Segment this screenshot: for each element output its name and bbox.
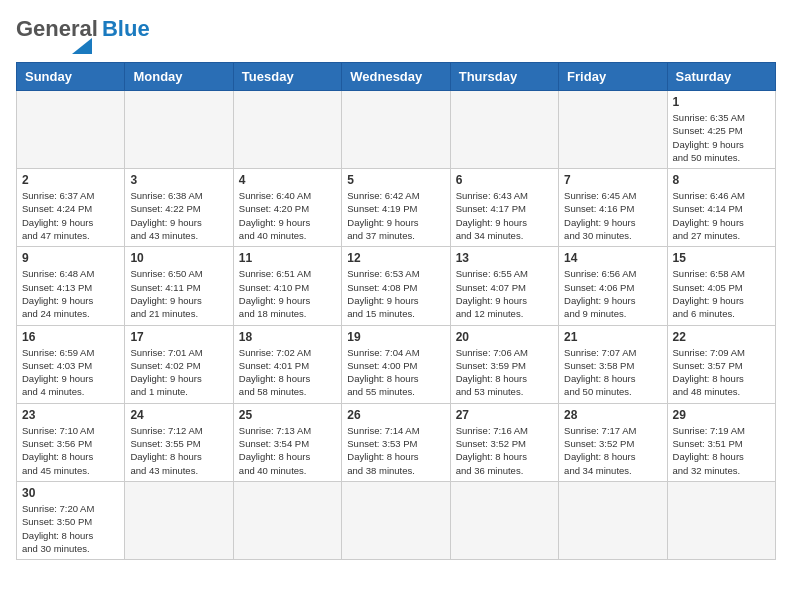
calendar-day-cell: 11Sunrise: 6:51 AM Sunset: 4:10 PM Dayli… [233,247,341,325]
day-number: 10 [130,251,227,265]
calendar-weekday-header: Sunday [17,63,125,91]
calendar-day-cell: 23Sunrise: 7:10 AM Sunset: 3:56 PM Dayli… [17,403,125,481]
day-number: 28 [564,408,661,422]
calendar-week-row: 1Sunrise: 6:35 AM Sunset: 4:25 PM Daylig… [17,91,776,169]
calendar-day-cell: 20Sunrise: 7:06 AM Sunset: 3:59 PM Dayli… [450,325,558,403]
day-number: 20 [456,330,553,344]
calendar-weekday-header: Saturday [667,63,775,91]
calendar-day-cell: 22Sunrise: 7:09 AM Sunset: 3:57 PM Dayli… [667,325,775,403]
calendar-day-cell [559,91,667,169]
day-number: 23 [22,408,119,422]
logo-triangle [72,38,92,54]
day-number: 14 [564,251,661,265]
calendar-day-cell: 24Sunrise: 7:12 AM Sunset: 3:55 PM Dayli… [125,403,233,481]
day-number: 8 [673,173,770,187]
day-number: 18 [239,330,336,344]
day-info: Sunrise: 6:56 AM Sunset: 4:06 PM Dayligh… [564,267,661,320]
day-info: Sunrise: 7:01 AM Sunset: 4:02 PM Dayligh… [130,346,227,399]
day-number: 22 [673,330,770,344]
day-number: 9 [22,251,119,265]
day-number: 19 [347,330,444,344]
calendar-day-cell [342,481,450,559]
calendar-weekday-header: Tuesday [233,63,341,91]
logo-blue-text: Blue [102,16,150,42]
day-info: Sunrise: 6:35 AM Sunset: 4:25 PM Dayligh… [673,111,770,164]
calendar-day-cell [559,481,667,559]
day-number: 21 [564,330,661,344]
day-number: 6 [456,173,553,187]
calendar-day-cell: 1Sunrise: 6:35 AM Sunset: 4:25 PM Daylig… [667,91,775,169]
calendar-day-cell: 10Sunrise: 6:50 AM Sunset: 4:11 PM Dayli… [125,247,233,325]
day-info: Sunrise: 6:50 AM Sunset: 4:11 PM Dayligh… [130,267,227,320]
day-number: 4 [239,173,336,187]
calendar-day-cell [125,481,233,559]
calendar-table: SundayMondayTuesdayWednesdayThursdayFrid… [16,62,776,560]
calendar-day-cell [450,481,558,559]
calendar-day-cell [667,481,775,559]
calendar-day-cell: 5Sunrise: 6:42 AM Sunset: 4:19 PM Daylig… [342,169,450,247]
day-info: Sunrise: 7:16 AM Sunset: 3:52 PM Dayligh… [456,424,553,477]
day-number: 5 [347,173,444,187]
calendar-day-cell: 19Sunrise: 7:04 AM Sunset: 4:00 PM Dayli… [342,325,450,403]
calendar-day-cell: 17Sunrise: 7:01 AM Sunset: 4:02 PM Dayli… [125,325,233,403]
day-info: Sunrise: 7:04 AM Sunset: 4:00 PM Dayligh… [347,346,444,399]
calendar-weekday-header: Monday [125,63,233,91]
day-info: Sunrise: 7:14 AM Sunset: 3:53 PM Dayligh… [347,424,444,477]
day-number: 15 [673,251,770,265]
calendar-header-row: SundayMondayTuesdayWednesdayThursdayFrid… [17,63,776,91]
day-info: Sunrise: 7:20 AM Sunset: 3:50 PM Dayligh… [22,502,119,555]
calendar-day-cell [342,91,450,169]
calendar-week-row: 23Sunrise: 7:10 AM Sunset: 3:56 PM Dayli… [17,403,776,481]
calendar-day-cell: 7Sunrise: 6:45 AM Sunset: 4:16 PM Daylig… [559,169,667,247]
day-info: Sunrise: 6:46 AM Sunset: 4:14 PM Dayligh… [673,189,770,242]
calendar-day-cell: 4Sunrise: 6:40 AM Sunset: 4:20 PM Daylig… [233,169,341,247]
calendar-day-cell [125,91,233,169]
day-info: Sunrise: 7:02 AM Sunset: 4:01 PM Dayligh… [239,346,336,399]
calendar-day-cell: 2Sunrise: 6:37 AM Sunset: 4:24 PM Daylig… [17,169,125,247]
day-number: 16 [22,330,119,344]
day-number: 2 [22,173,119,187]
day-info: Sunrise: 7:10 AM Sunset: 3:56 PM Dayligh… [22,424,119,477]
day-info: Sunrise: 6:37 AM Sunset: 4:24 PM Dayligh… [22,189,119,242]
calendar-weekday-header: Wednesday [342,63,450,91]
day-info: Sunrise: 7:13 AM Sunset: 3:54 PM Dayligh… [239,424,336,477]
day-number: 27 [456,408,553,422]
calendar-day-cell [233,481,341,559]
calendar-day-cell: 13Sunrise: 6:55 AM Sunset: 4:07 PM Dayli… [450,247,558,325]
day-number: 11 [239,251,336,265]
day-info: Sunrise: 6:58 AM Sunset: 4:05 PM Dayligh… [673,267,770,320]
calendar-day-cell: 21Sunrise: 7:07 AM Sunset: 3:58 PM Dayli… [559,325,667,403]
calendar-day-cell: 6Sunrise: 6:43 AM Sunset: 4:17 PM Daylig… [450,169,558,247]
day-info: Sunrise: 6:51 AM Sunset: 4:10 PM Dayligh… [239,267,336,320]
day-info: Sunrise: 7:09 AM Sunset: 3:57 PM Dayligh… [673,346,770,399]
day-info: Sunrise: 6:38 AM Sunset: 4:22 PM Dayligh… [130,189,227,242]
day-info: Sunrise: 6:55 AM Sunset: 4:07 PM Dayligh… [456,267,553,320]
calendar-day-cell: 16Sunrise: 6:59 AM Sunset: 4:03 PM Dayli… [17,325,125,403]
day-number: 12 [347,251,444,265]
day-number: 29 [673,408,770,422]
calendar-week-row: 30Sunrise: 7:20 AM Sunset: 3:50 PM Dayli… [17,481,776,559]
calendar-day-cell: 9Sunrise: 6:48 AM Sunset: 4:13 PM Daylig… [17,247,125,325]
logo: General Blue [16,16,150,54]
day-number: 24 [130,408,227,422]
calendar-weekday-header: Thursday [450,63,558,91]
calendar-day-cell: 8Sunrise: 6:46 AM Sunset: 4:14 PM Daylig… [667,169,775,247]
calendar-week-row: 2Sunrise: 6:37 AM Sunset: 4:24 PM Daylig… [17,169,776,247]
day-number: 30 [22,486,119,500]
day-number: 7 [564,173,661,187]
day-info: Sunrise: 6:48 AM Sunset: 4:13 PM Dayligh… [22,267,119,320]
calendar-day-cell [17,91,125,169]
calendar-day-cell: 26Sunrise: 7:14 AM Sunset: 3:53 PM Dayli… [342,403,450,481]
calendar-day-cell: 14Sunrise: 6:56 AM Sunset: 4:06 PM Dayli… [559,247,667,325]
calendar-day-cell [450,91,558,169]
day-number: 25 [239,408,336,422]
day-number: 1 [673,95,770,109]
calendar-day-cell [233,91,341,169]
day-info: Sunrise: 6:42 AM Sunset: 4:19 PM Dayligh… [347,189,444,242]
calendar-week-row: 9Sunrise: 6:48 AM Sunset: 4:13 PM Daylig… [17,247,776,325]
day-info: Sunrise: 6:45 AM Sunset: 4:16 PM Dayligh… [564,189,661,242]
day-number: 26 [347,408,444,422]
calendar-day-cell: 27Sunrise: 7:16 AM Sunset: 3:52 PM Dayli… [450,403,558,481]
day-number: 3 [130,173,227,187]
day-number: 13 [456,251,553,265]
